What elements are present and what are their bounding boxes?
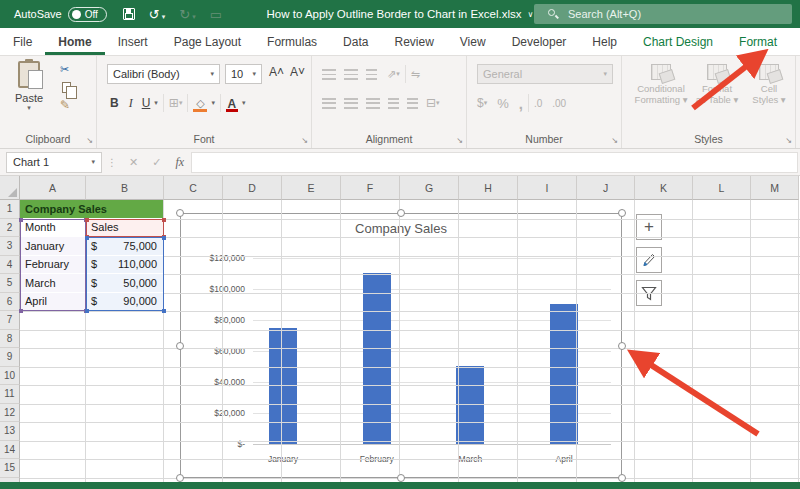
cell-a2-month-header[interactable]: Month [20,219,85,237]
name-box-caret-icon[interactable]: ▾ [91,158,95,166]
cell-month-april[interactable]: April [20,293,85,311]
row-header-10[interactable]: 10 [0,367,20,386]
tab-format[interactable]: Format [726,28,790,55]
font-color-caret-icon[interactable]: ▾ [242,99,246,107]
font-size-select[interactable]: 10 ▾ [225,64,262,84]
tab-file[interactable]: File [0,28,45,55]
decrease-font-icon[interactable]: A˅ [290,65,305,79]
format-painter-icon[interactable]: ✎ [60,98,71,112]
row-header-12[interactable]: 12 [0,404,20,423]
fill-color-icon[interactable]: ◇ [193,97,207,110]
tab-review[interactable]: Review [381,28,446,55]
column-header-l[interactable]: L [693,176,751,200]
number-dialog-launcher[interactable]: ↘ [611,136,618,145]
name-box[interactable]: Chart 1 ▾ [6,152,102,173]
row-header-9[interactable]: 9 [0,348,20,367]
tab-page-layout[interactable]: Page Layout [161,28,254,55]
chart-selection-handle[interactable] [618,474,626,482]
paste-button[interactable]: Paste ▾ [8,61,50,125]
row-header-8[interactable]: 8 [0,330,20,349]
cell-sales-value[interactable]: $75,000 [86,237,163,255]
column-header-f[interactable]: F [341,176,400,200]
save-icon[interactable] [123,8,135,20]
column-header-m[interactable]: M [751,176,799,200]
chart-selection-handle[interactable] [618,342,626,350]
row-header-2[interactable]: 2 [0,219,20,238]
search-input[interactable]: Search (Alt+Q) [534,4,792,24]
chart-selection-handle[interactable] [397,209,405,217]
chart-selection-handle[interactable] [618,209,626,217]
formula-input[interactable] [191,152,798,173]
bar-january[interactable] [269,328,297,444]
column-header-g[interactable]: G [400,176,459,200]
increase-font-icon[interactable]: A˄ [269,65,284,79]
row-header-15[interactable]: 15 [0,459,20,478]
italic-button[interactable]: I [124,96,138,111]
row-header-6[interactable]: 6 [0,293,20,312]
undo-caret-icon[interactable]: ▾ [162,13,166,20]
bar-march[interactable] [456,366,484,444]
row-header-11[interactable]: 11 [0,385,20,404]
font-color-icon[interactable]: A [226,97,238,110]
underline-caret-icon[interactable]: ▾ [154,99,158,107]
row-header-5[interactable]: 5 [0,274,20,293]
column-header-e[interactable]: E [282,176,341,200]
bar-february[interactable] [363,273,391,444]
column-header-h[interactable]: H [459,176,518,200]
column-header-a[interactable]: A [20,176,86,200]
chart-selection-handle[interactable] [176,209,184,217]
chart-selection-handle[interactable] [176,342,184,350]
row-header-1[interactable]: 1 [0,200,20,219]
quick-access-icon[interactable]: ▭ [210,7,222,22]
styles-dialog-launcher[interactable]: ↘ [785,136,792,145]
tab-data[interactable]: Data [330,28,381,55]
font-name-select[interactable]: Calibri (Body) ▾ [107,64,220,84]
cell-sales-value[interactable]: $50,000 [86,274,163,292]
tab-view[interactable]: View [447,28,499,55]
worksheet-grid[interactable]: Company Sales$120,000$100,000$80,000$60,… [0,176,800,482]
row-header-13[interactable]: 13 [0,422,20,441]
tab-insert[interactable]: Insert [105,28,161,55]
autosave-control[interactable]: AutoSave Off [14,7,107,22]
cell-month-march[interactable]: March [20,274,85,292]
alignment-dialog-launcher[interactable]: ↘ [456,136,463,145]
title-chevron-icon[interactable]: ∨ [528,10,534,19]
row-header-3[interactable]: 3 [0,237,20,256]
column-header-b[interactable]: B [86,176,164,200]
cell-a1-title[interactable]: Company Sales [20,200,163,218]
chart-title[interactable]: Company Sales [181,221,621,236]
tab-chart-design[interactable]: Chart Design [630,28,726,55]
cell-month-january[interactable]: January [20,237,85,255]
cell-sales-value[interactable]: $110,000 [86,256,163,274]
clipboard-dialog-launcher[interactable]: ↘ [86,136,93,145]
paste-caret-icon[interactable]: ▾ [27,104,31,112]
copy-icon[interactable] [62,82,71,93]
column-header-k[interactable]: K [635,176,693,200]
autosave-toggle[interactable]: Off [68,7,107,22]
select-all-corner[interactable] [0,176,20,200]
column-header-i[interactable]: I [518,176,577,200]
column-header-d[interactable]: D [223,176,282,200]
tab-home[interactable]: Home [45,28,104,55]
chart-object[interactable]: Company Sales$120,000$100,000$80,000$60,… [180,213,622,478]
tab-formulas[interactable]: Formulas [254,28,330,55]
fill-color-caret-icon[interactable]: ▾ [211,99,215,107]
cell-b2-sales-header[interactable]: Sales [86,219,163,237]
chart-selection-handle[interactable] [176,474,184,482]
chart-selection-handle[interactable] [397,474,405,482]
cell-month-february[interactable]: February [20,256,85,274]
tab-help[interactable]: Help [579,28,630,55]
cut-icon[interactable]: ✂ [60,62,71,76]
row-header-7[interactable]: 7 [0,311,20,330]
insert-function-icon[interactable]: fx [168,155,191,170]
row-header-4[interactable]: 4 [0,256,20,275]
undo-icon[interactable]: ↺▾ [149,7,165,22]
column-header-j[interactable]: J [577,176,635,200]
row-header-14[interactable]: 14 [0,441,20,460]
tab-developer[interactable]: Developer [499,28,580,55]
cell-sales-value[interactable]: $90,000 [86,293,163,311]
bold-button[interactable]: B [105,96,124,110]
chart-styles-button[interactable] [636,247,662,273]
underline-button[interactable]: U [138,96,155,110]
font-dialog-launcher[interactable]: ↘ [301,136,308,145]
